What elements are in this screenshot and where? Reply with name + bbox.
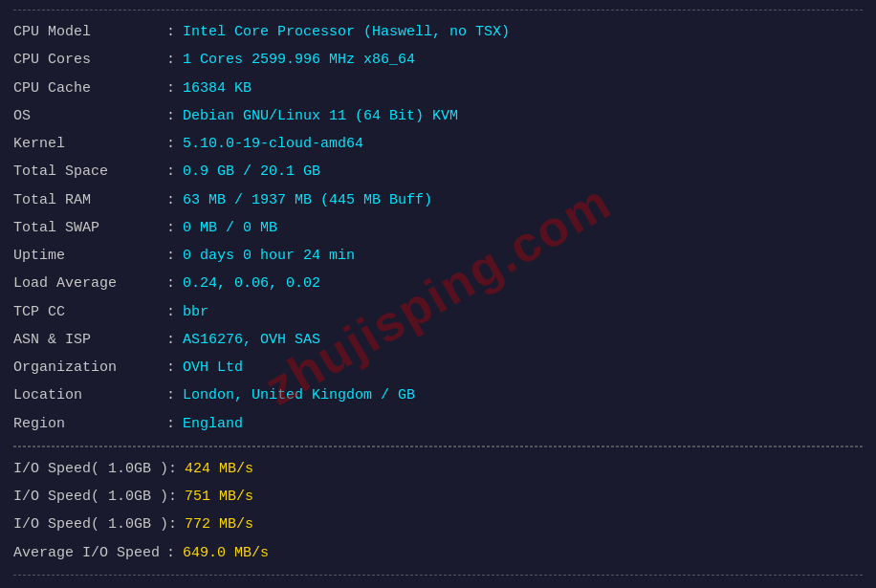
row-value: 0.9 GB / 20.1 GB	[183, 161, 320, 183]
system-row: Total SWAP: 0 MB / 0 MB	[13, 214, 863, 242]
system-row: OS: Debian GNU/Linux 11 (64 Bit) KVM	[13, 102, 863, 130]
system-row: CPU Cache: 16384 KB	[13, 75, 863, 102]
io-row: I/O Speed( 1.0GB ): 751 MB/s	[13, 483, 863, 511]
row-label: Total Space	[13, 161, 166, 183]
row-value: 772 MB/s	[185, 513, 253, 535]
row-value: London, United Kingdom / GB	[183, 384, 415, 406]
row-value: AS16276, OVH SAS	[183, 329, 320, 351]
row-label: CPU Model	[13, 21, 166, 43]
row-value: 16384 KB	[183, 77, 252, 99]
io-section: I/O Speed( 1.0GB ): 424 MB/sI/O Speed( 1…	[13, 446, 863, 576]
row-label: CPU Cache	[13, 77, 166, 99]
system-row: Region: England	[13, 410, 863, 438]
row-label: Load Average	[13, 272, 166, 294]
row-colon: :	[166, 189, 175, 211]
system-row: Organization: OVH Ltd	[13, 354, 863, 381]
row-label: Average I/O Speed	[13, 542, 166, 564]
row-colon: :	[166, 413, 175, 435]
row-value: Debian GNU/Linux 11 (64 Bit) KVM	[183, 105, 458, 127]
row-label: I/O Speed( 1.0GB )	[13, 458, 168, 480]
row-label: Kernel	[13, 133, 166, 155]
row-value: 751 MB/s	[185, 486, 253, 508]
row-colon: :	[166, 49, 175, 71]
system-row: CPU Model: Intel Core Processor (Haswell…	[13, 18, 863, 46]
io-row: I/O Speed( 1.0GB ): 424 MB/s	[13, 455, 863, 483]
row-value: 0 MB / 0 MB	[183, 217, 277, 239]
row-value: 63 MB / 1937 MB (445 MB Buff)	[183, 189, 432, 211]
row-label: Location	[13, 384, 166, 406]
row-label: I/O Speed( 1.0GB )	[13, 486, 168, 508]
row-colon: :	[166, 329, 175, 351]
row-colon: :	[166, 384, 175, 406]
row-label: Region	[13, 413, 166, 435]
row-value: 649.0 MB/s	[183, 542, 269, 564]
row-colon: :	[166, 217, 175, 239]
row-colon: :	[166, 77, 175, 99]
row-colon: :	[168, 458, 177, 480]
row-value: 424 MB/s	[185, 458, 253, 480]
system-row: Kernel: 5.10.0-19-cloud-amd64	[13, 130, 863, 158]
system-row: CPU Cores: 1 Cores 2599.996 MHz x86_64	[13, 46, 863, 74]
system-row: Uptime: 0 days 0 hour 24 min	[13, 242, 863, 270]
row-colon: :	[166, 542, 175, 564]
io-row: Average I/O Speed: 649.0 MB/s	[13, 539, 863, 567]
system-row: Load Average: 0.24, 0.06, 0.02	[13, 270, 863, 297]
row-colon: :	[166, 357, 175, 379]
row-label: TCP CC	[13, 301, 166, 323]
row-colon: :	[166, 272, 175, 294]
row-value: Intel Core Processor (Haswell, no TSX)	[183, 21, 510, 43]
row-label: I/O Speed( 1.0GB )	[13, 513, 168, 535]
row-value: 1 Cores 2599.996 MHz x86_64	[183, 49, 415, 71]
row-value: 5.10.0-19-cloud-amd64	[183, 133, 363, 155]
row-value: bbr	[183, 301, 208, 323]
row-label: Uptime	[13, 245, 166, 267]
row-value: England	[183, 413, 243, 435]
row-label: ASN & ISP	[13, 329, 166, 351]
row-label: Total SWAP	[13, 217, 166, 239]
row-colon: :	[168, 486, 177, 508]
row-label: OS	[13, 105, 166, 127]
system-row: TCP CC: bbr	[13, 298, 863, 326]
row-value: 0.24, 0.06, 0.02	[183, 272, 320, 294]
row-colon: :	[166, 133, 175, 155]
row-label: Total RAM	[13, 189, 166, 211]
row-colon: :	[166, 105, 175, 127]
row-colon: :	[166, 301, 175, 323]
row-colon: :	[166, 21, 175, 43]
system-row: Total Space: 0.9 GB / 20.1 GB	[13, 158, 863, 185]
system-row: ASN & ISP: AS16276, OVH SAS	[13, 326, 863, 354]
row-label: Organization	[13, 357, 166, 379]
row-colon: :	[166, 245, 175, 267]
row-label: CPU Cores	[13, 49, 166, 71]
system-row: Location: London, United Kingdom / GB	[13, 381, 863, 409]
io-row: I/O Speed( 1.0GB ): 772 MB/s	[13, 511, 863, 538]
row-colon: :	[166, 161, 175, 183]
system-row: Total RAM: 63 MB / 1937 MB (445 MB Buff)	[13, 186, 863, 214]
system-section: CPU Model: Intel Core Processor (Haswell…	[13, 10, 863, 446]
row-value: OVH Ltd	[183, 357, 243, 379]
row-value: 0 days 0 hour 24 min	[183, 245, 355, 267]
row-colon: :	[168, 513, 177, 535]
